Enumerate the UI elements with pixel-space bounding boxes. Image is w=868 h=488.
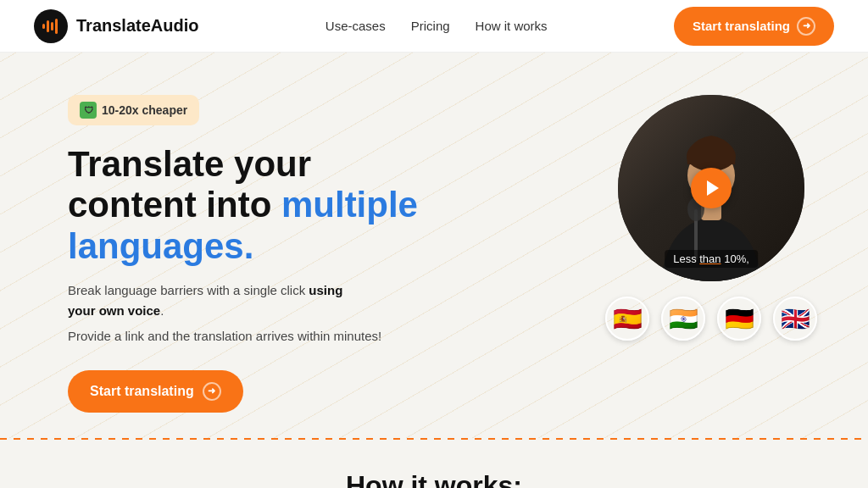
nav-cta-label: Start translating	[693, 19, 790, 33]
hero-subtitle2: Provide a link and the translation arriv…	[68, 326, 418, 347]
flag-spain: 🇪🇸	[605, 297, 649, 341]
flag-uk: 🇬🇧	[773, 297, 817, 341]
svg-rect-2	[51, 22, 53, 30]
hero-right: Less than 10%, 🇪🇸 🇮🇳 🇩🇪 🇬🇧	[605, 86, 817, 341]
nav-cta-arrow-icon: ➜	[797, 17, 815, 36]
navbar: TranslateAudio Use-cases Pricing How it …	[0, 0, 868, 53]
video-caption: Less than 10%,	[665, 250, 758, 268]
hero-cta-arrow-icon: ➜	[203, 382, 221, 401]
badge: 🛡 10-20x cheaper	[68, 95, 199, 125]
hero-subtitle-bold: usingyour own voice	[68, 283, 342, 318]
logo-icon	[34, 9, 68, 43]
caption-underline: than	[699, 252, 721, 265]
nav-links: Use-cases Pricing How it works	[326, 19, 548, 34]
svg-rect-1	[47, 20, 49, 32]
badge-text: 10-20x cheaper	[102, 103, 187, 117]
hero-subtitle: Break language barriers with a single cl…	[68, 280, 418, 321]
logo[interactable]: TranslateAudio	[34, 9, 198, 43]
badge-shield-icon: 🛡	[80, 102, 97, 119]
nav-item-pricing[interactable]: Pricing	[411, 19, 450, 34]
hero-heading: Translate yourcontent into multiplelangu…	[68, 144, 418, 267]
hero-heading-part1: Translate yourcontent into	[68, 144, 311, 225]
audio-wave-icon	[41, 16, 61, 36]
nav-cta-button[interactable]: Start translating ➜	[674, 7, 834, 46]
play-button[interactable]	[691, 168, 732, 208]
video-thumbnail[interactable]: Less than 10%,	[618, 95, 804, 281]
hero-cta-button[interactable]: Start translating ➜	[68, 370, 243, 413]
hero-section: 🛡 10-20x cheaper Translate yourcontent i…	[0, 53, 868, 438]
hero-cta-label: Start translating	[90, 384, 194, 399]
hero-left: 🛡 10-20x cheaper Translate yourcontent i…	[68, 86, 418, 413]
nav-item-use-cases[interactable]: Use-cases	[326, 19, 386, 34]
flag-row: 🇪🇸 🇮🇳 🇩🇪 🇬🇧	[605, 297, 817, 341]
svg-rect-0	[42, 24, 45, 29]
nav-item-how-it-works[interactable]: How it works	[476, 19, 548, 34]
svg-rect-3	[55, 19, 58, 34]
how-section: How it works: TranslateAudio allows tran…	[0, 440, 868, 488]
how-title: How it works:	[51, 470, 817, 488]
logo-text: TranslateAudio	[76, 16, 198, 36]
flag-germany: 🇩🇪	[717, 297, 761, 341]
flag-india: 🇮🇳	[661, 297, 705, 341]
